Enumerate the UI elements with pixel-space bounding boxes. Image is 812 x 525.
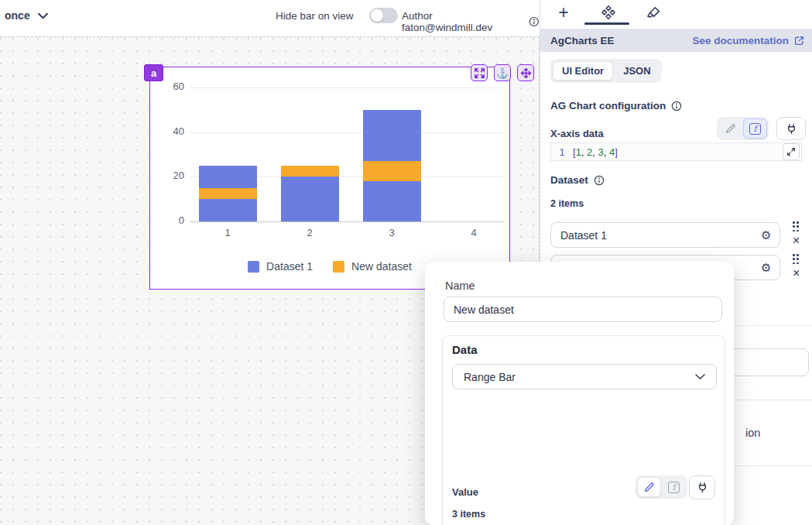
- chevron-down-icon: [695, 373, 705, 380]
- y-axis-tick-label: 40: [155, 125, 184, 137]
- tab-add-component[interactable]: +: [552, 2, 575, 23]
- line-number: 1: [551, 146, 573, 158]
- bar-chart: 02040601234Dataset 1New dataset: [150, 67, 509, 289]
- value-label: Value: [452, 486, 478, 498]
- maximize-icon: [474, 67, 485, 79]
- legend-swatch: [333, 261, 344, 273]
- remove-dataset-1-button[interactable]: ×: [793, 235, 800, 247]
- function-mode-button[interactable]: f: [743, 118, 767, 139]
- plug-icon: [697, 482, 708, 493]
- pencil-icon: [643, 482, 655, 493]
- function-icon: f: [749, 123, 761, 135]
- y-axis-tick-label: 20: [155, 170, 184, 181]
- component-badge: a: [144, 64, 163, 81]
- dataset-section-title: Dataset: [550, 174, 605, 186]
- tab-theming[interactable]: [642, 2, 665, 23]
- config-section-title: AG Chart configuration: [550, 100, 682, 112]
- see-documentation-link[interactable]: See documentation: [692, 35, 805, 46]
- bar-segment-new-dataset: [363, 161, 421, 181]
- dataset-1-name-input[interactable]: [550, 222, 780, 248]
- legend-item[interactable]: New dataset: [333, 260, 412, 273]
- schedule-dropdown[interactable]: once: [5, 9, 48, 22]
- y-axis-tick-label: 0: [155, 214, 184, 226]
- xaxis-code-line: [1, 2, 3, 4]: [573, 146, 618, 158]
- pencil-icon: [725, 123, 736, 135]
- hide-bar-toggle[interactable]: [369, 8, 398, 23]
- anchor-button[interactable]: ⚓: [494, 64, 511, 81]
- series-type-value: Range Bar: [464, 371, 516, 383]
- expand-diagonal-icon: [786, 147, 796, 156]
- external-link-icon: [793, 35, 805, 46]
- chart-gridline: [190, 221, 504, 222]
- truncated-setting-label: ion: [745, 427, 760, 439]
- tab-json[interactable]: JSON: [615, 62, 659, 80]
- anchor-icon: ⚓: [496, 68, 509, 78]
- gear-icon[interactable]: ⚙: [761, 229, 771, 241]
- xaxis-connect-button[interactable]: [776, 117, 806, 140]
- components-icon: [601, 5, 616, 20]
- drag-handle[interactable]: [793, 254, 799, 264]
- tab-components[interactable]: [597, 2, 620, 23]
- legend-label: Dataset 1: [266, 260, 313, 273]
- xaxis-input-mode-toggle: f: [717, 117, 769, 140]
- info-icon[interactable]: [671, 101, 682, 112]
- hide-bar-label: Hide bar on view: [276, 10, 354, 22]
- author-label: Author faton@windmill.dev: [402, 10, 524, 33]
- remove-dataset-2-button[interactable]: ×: [793, 267, 800, 280]
- chart-component[interactable]: a ⚓ 02040601234Dataset 1New dataset: [149, 67, 510, 290]
- plus-icon: +: [558, 4, 568, 22]
- tab-ui-editor[interactable]: UI Editor: [553, 61, 613, 81]
- move-icon: [520, 67, 532, 79]
- function-icon: f: [668, 482, 680, 493]
- component-type-title: AgCharts EE: [550, 35, 692, 46]
- pencil-mode-button[interactable]: [718, 118, 742, 139]
- bar-segment-dataset-1: [281, 177, 339, 221]
- data-section: Data Range Bar Value f 3 items: [442, 335, 725, 525]
- chart-gridline: [190, 88, 504, 88]
- gear-icon[interactable]: ⚙: [761, 262, 771, 273]
- xaxis-data-label: X-axis data: [550, 128, 604, 139]
- editor-mode-tabs: UI Editor JSON: [550, 59, 662, 83]
- legend-item[interactable]: Dataset 1: [248, 260, 313, 273]
- top-bar: once Hide bar on view Author faton@windm…: [0, 0, 540, 36]
- value-connect-button[interactable]: [689, 475, 715, 499]
- data-section-title: Data: [452, 343, 478, 356]
- chart-gridline: [190, 132, 504, 133]
- dataset-settings-modal: Name Data Range Bar Value f: [425, 262, 734, 525]
- pencil-mode-button[interactable]: [637, 477, 661, 497]
- value-input-mode-toggle: f: [636, 475, 687, 499]
- move-component-button[interactable]: [517, 64, 534, 81]
- schedule-label: once: [5, 9, 30, 22]
- bar-segment-new-dataset: [281, 166, 339, 177]
- component-type-header: AgCharts EE See documentation: [540, 29, 812, 52]
- plug-icon: [786, 123, 797, 135]
- drag-handle[interactable]: [793, 221, 799, 232]
- legend-swatch: [248, 261, 259, 273]
- author-info: Author faton@windmill.dev: [402, 10, 540, 33]
- y-axis-tick-label: 60: [155, 81, 184, 92]
- dataset-count: 2 items: [550, 198, 584, 209]
- x-axis-tick-label: 1: [204, 227, 251, 238]
- bar-segment-new-dataset: [199, 188, 257, 199]
- x-axis-tick-label: 3: [368, 227, 415, 238]
- chevron-down-icon: [38, 12, 48, 19]
- name-label: Name: [445, 280, 475, 292]
- app-root: once Hide bar on view Author faton@windm…: [0, 0, 812, 525]
- info-icon[interactable]: [594, 175, 605, 186]
- info-icon[interactable]: [529, 16, 540, 27]
- series-type-select[interactable]: Range Bar: [452, 364, 717, 389]
- paintbrush-icon: [646, 5, 661, 20]
- toggle-knob: [371, 9, 383, 22]
- x-axis-tick-label: 4: [451, 227, 497, 238]
- value-items-count: 3 items: [452, 509, 485, 520]
- xaxis-code-editor[interactable]: 1 [1, 2, 3, 4]: [550, 142, 802, 161]
- dataset-name-input[interactable]: [444, 297, 722, 322]
- legend-label: New dataset: [351, 260, 412, 273]
- expand-editor-button[interactable]: [783, 143, 800, 160]
- expand-component-button[interactable]: [471, 64, 488, 81]
- function-mode-button[interactable]: f: [662, 477, 686, 497]
- x-axis-tick-label: 2: [286, 227, 333, 238]
- active-tab-indicator: [584, 22, 629, 25]
